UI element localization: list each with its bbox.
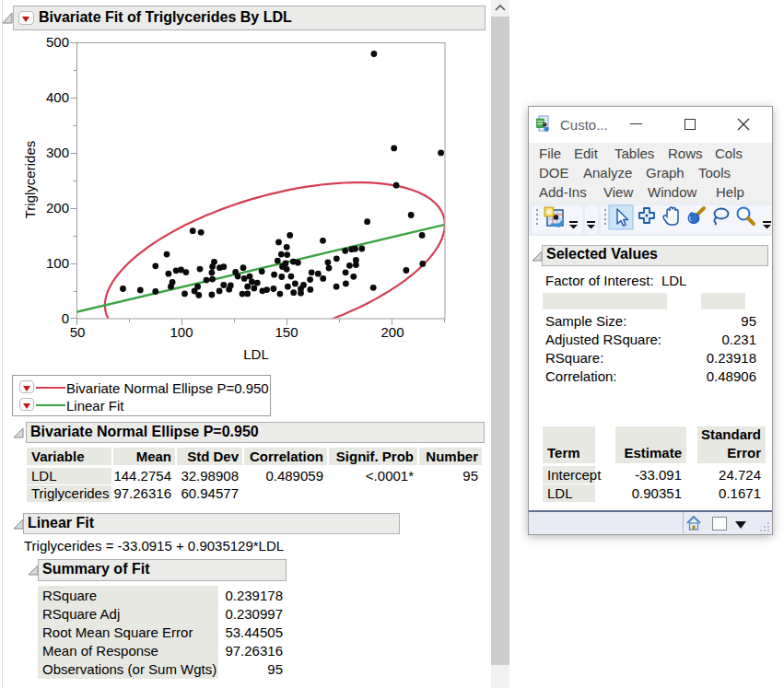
svg-text:200: 200 bbox=[46, 200, 69, 216]
svg-text:Triglycerides: Triglycerides bbox=[22, 141, 38, 218]
svg-text:LDL: LDL bbox=[243, 346, 269, 362]
svg-text:150: 150 bbox=[275, 324, 298, 340]
svg-text:100: 100 bbox=[46, 255, 69, 271]
svg-text:300: 300 bbox=[46, 145, 69, 160]
svg-text:200: 200 bbox=[380, 324, 404, 340]
svg-text:50: 50 bbox=[70, 324, 86, 340]
svg-text:500: 500 bbox=[46, 34, 69, 50]
svg-text:100: 100 bbox=[170, 324, 193, 340]
svg-text:400: 400 bbox=[46, 89, 69, 105]
svg-text:0: 0 bbox=[62, 310, 69, 326]
